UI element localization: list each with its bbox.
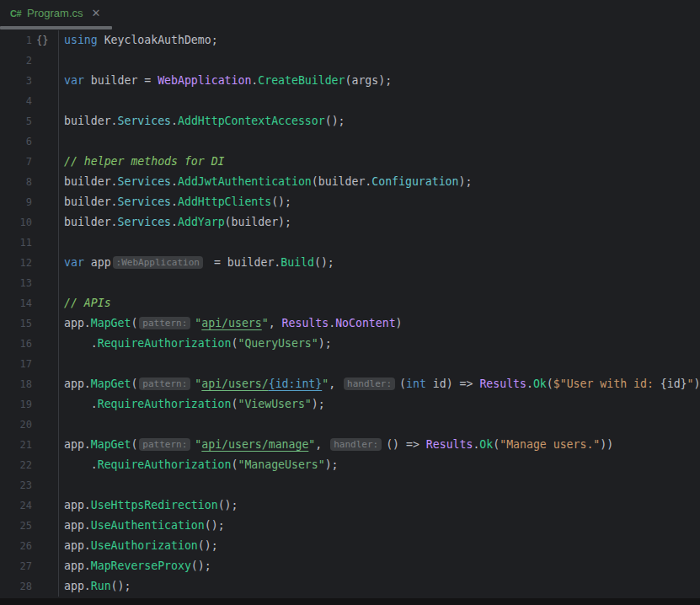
gutter-spacer xyxy=(32,152,58,172)
code-line[interactable]: 7// helper methods for DI xyxy=(0,152,700,172)
code-line[interactable]: 5builder.Services.AddHttpContextAccessor… xyxy=(0,111,700,131)
inlay-hint: pattern: xyxy=(139,317,190,329)
code-line[interactable]: 12var app:WebApplication = builder.Build… xyxy=(0,253,700,273)
line-number[interactable]: 11 xyxy=(0,233,32,253)
code-line[interactable]: 25app.UseAuthentication(); xyxy=(0,516,700,536)
code-line[interactable]: 3var builder = WebApplication.CreateBuil… xyxy=(0,71,700,91)
code-line[interactable]: 10builder.Services.AddYarp(builder); xyxy=(0,212,700,233)
line-number[interactable]: 19 xyxy=(0,394,32,415)
line-number[interactable]: 16 xyxy=(0,334,32,354)
gutter-spacer xyxy=(32,253,58,273)
code-editor[interactable]: 1{}using KeycloakAuthDemo;23var builder … xyxy=(0,29,700,598)
code-token: (builder. xyxy=(312,175,371,188)
line-number[interactable]: 17 xyxy=(0,354,32,374)
line-number[interactable]: 8 xyxy=(0,172,32,192)
code-text: app.UseAuthentication(); xyxy=(58,516,700,536)
code-line[interactable]: 8builder.Services.AddJwtAuthentication(b… xyxy=(0,172,700,192)
bottom-panel-edge xyxy=(0,598,700,605)
code-structure-icon[interactable]: {} xyxy=(32,30,58,51)
code-line[interactable]: 27app.MapReverseProxy(); xyxy=(0,556,700,576)
close-icon[interactable]: ✕ xyxy=(92,7,101,19)
line-number[interactable]: 24 xyxy=(0,495,32,516)
code-area[interactable]: 1{}using KeycloakAuthDemo;23var builder … xyxy=(0,30,700,597)
code-text xyxy=(58,91,700,111)
line-number[interactable]: 6 xyxy=(0,131,32,152)
code-text: app.MapGet(pattern:"api/users", Results.… xyxy=(58,313,700,334)
gutter-spacer xyxy=(32,536,58,556)
inlay-hint: pattern: xyxy=(139,438,190,451)
code-text: app.UseAuthorization(); xyxy=(58,536,700,556)
code-line[interactable]: 14// APIs xyxy=(0,293,700,313)
code-token: . xyxy=(329,317,335,329)
line-number[interactable]: 14 xyxy=(0,293,32,313)
gutter-spacer xyxy=(32,455,58,475)
code-token: Run xyxy=(91,580,111,592)
code-line[interactable]: 26app.UseAuthorization(); xyxy=(0,536,700,556)
code-line[interactable]: 22 .RequireAuthorization("ManageUsers"); xyxy=(0,455,700,475)
code-token: {id} xyxy=(660,377,687,390)
code-token: . xyxy=(64,458,98,471)
code-token: . xyxy=(64,398,98,410)
code-line[interactable]: 16 .RequireAuthorization("QueryUsers"); xyxy=(0,334,700,354)
code-line[interactable]: 19 .RequireAuthorization("ViewUsers"); xyxy=(0,394,700,415)
line-number[interactable]: 27 xyxy=(0,556,32,576)
code-token: MapGet xyxy=(91,377,131,390)
line-number[interactable]: 22 xyxy=(0,455,32,475)
code-token: var xyxy=(64,74,84,87)
code-token: ); xyxy=(318,337,332,350)
code-line[interactable]: 6 xyxy=(0,131,700,152)
line-number[interactable]: 2 xyxy=(0,51,32,71)
code-token: ); xyxy=(325,458,339,471)
code-text xyxy=(58,354,700,374)
line-number[interactable]: 3 xyxy=(0,71,32,91)
line-number[interactable]: 10 xyxy=(0,212,32,233)
gutter-spacer xyxy=(32,374,58,394)
code-token: builder = xyxy=(84,74,158,87)
line-number[interactable]: 5 xyxy=(0,111,32,131)
line-number[interactable]: 21 xyxy=(0,435,32,455)
line-number[interactable]: 1 xyxy=(0,30,32,51)
code-token: Results xyxy=(479,377,526,390)
code-token: (); xyxy=(271,195,291,208)
code-text: .RequireAuthorization("ViewUsers"); xyxy=(58,394,700,415)
code-line[interactable]: 9builder.Services.AddHttpClients(); xyxy=(0,192,700,212)
line-number[interactable]: 12 xyxy=(0,253,32,273)
code-line[interactable]: 15app.MapGet(pattern:"api/users", Result… xyxy=(0,313,700,334)
code-line[interactable]: 2 xyxy=(0,51,700,71)
code-text: app.UseHttpsRedirection(); xyxy=(58,495,700,516)
code-line[interactable]: 24app.UseHttpsRedirection(); xyxy=(0,495,700,516)
code-token: app. xyxy=(64,438,91,451)
code-token: "ViewUsers" xyxy=(238,398,311,410)
code-line[interactable]: 18app.MapGet(pattern:"api/users/{id:int}… xyxy=(0,374,700,394)
code-line[interactable]: 21app.MapGet(pattern:"api/users/manage",… xyxy=(0,435,700,455)
code-line[interactable]: 28app.Run(); xyxy=(0,576,700,597)
code-text: .RequireAuthorization("ManageUsers"); xyxy=(58,455,700,475)
code-token: WebApplication xyxy=(158,74,251,87)
line-number[interactable]: 15 xyxy=(0,313,32,334)
line-number[interactable]: 18 xyxy=(0,374,32,394)
line-number[interactable]: 4 xyxy=(0,91,32,111)
code-text xyxy=(58,233,700,253)
line-number[interactable]: 20 xyxy=(0,415,32,435)
line-number[interactable]: 7 xyxy=(0,152,32,172)
code-token: . xyxy=(526,377,533,390)
code-text: // helper methods for DI xyxy=(58,152,700,172)
line-number[interactable]: 9 xyxy=(0,192,32,212)
code-token: ( xyxy=(547,377,553,390)
tab-program-cs[interactable]: C# Program.cs ✕ xyxy=(0,0,109,26)
line-number[interactable]: 13 xyxy=(0,273,32,293)
code-line[interactable]: 1{}using KeycloakAuthDemo; xyxy=(0,30,700,51)
code-line[interactable]: 20 xyxy=(0,415,700,435)
line-number[interactable]: 28 xyxy=(0,576,32,597)
code-line[interactable]: 11 xyxy=(0,233,700,253)
code-line[interactable]: 17 xyxy=(0,354,700,374)
code-line[interactable]: 13 xyxy=(0,273,700,293)
line-number[interactable]: 23 xyxy=(0,475,32,495)
code-token: AddJwtAuthentication xyxy=(178,175,312,188)
line-number[interactable]: 26 xyxy=(0,536,32,556)
code-token: ( xyxy=(131,438,137,451)
code-line[interactable]: 23 xyxy=(0,475,700,495)
code-token: " xyxy=(687,377,694,390)
code-line[interactable]: 4 xyxy=(0,91,700,111)
line-number[interactable]: 25 xyxy=(0,516,32,536)
